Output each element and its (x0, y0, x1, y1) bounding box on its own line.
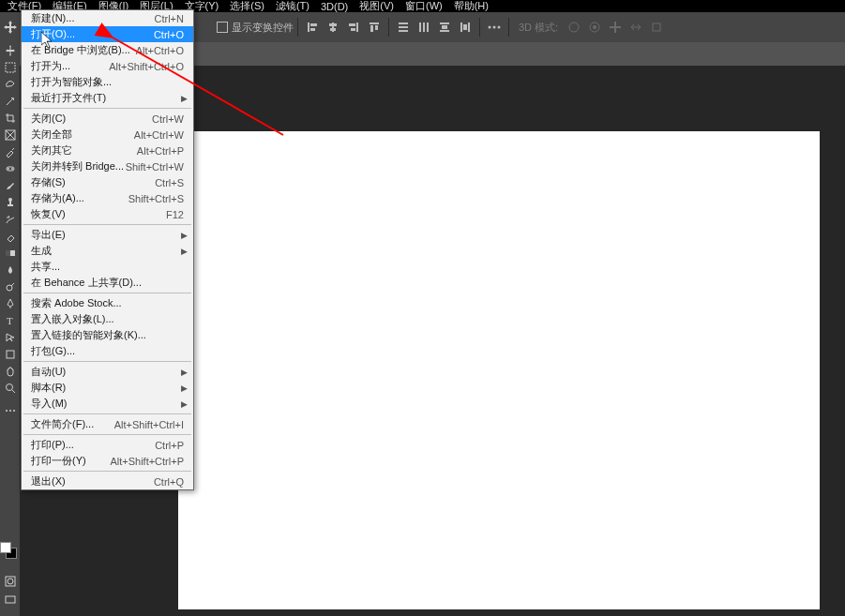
menu-item[interactable]: 关闭其它Alt+Ctrl+P (22, 143, 193, 158)
screenmode-icon[interactable] (0, 592, 20, 608)
distribute-1-icon[interactable] (393, 12, 414, 42)
menu-item[interactable]: 退出(X)Ctrl+Q (22, 473, 193, 489)
menu-item-label: 自动(U) (31, 365, 184, 379)
svg-rect-10 (370, 23, 379, 24)
crop-tool[interactable] (0, 110, 20, 127)
frame-tool[interactable] (0, 127, 20, 143)
menu-view[interactable]: 视图(V) (354, 0, 400, 13)
menu-item[interactable]: 脚本(R) (22, 380, 193, 396)
menu-item[interactable]: 打印(P)...Ctrl+P (22, 437, 193, 453)
svg-rect-22 (460, 23, 462, 32)
svg-rect-15 (399, 30, 408, 32)
menu-item[interactable]: 打开为智能对象... (22, 74, 193, 90)
gradient-tool[interactable] (0, 245, 20, 262)
path-select-tool[interactable] (0, 329, 20, 346)
menu-3d[interactable]: 3D(D) (315, 1, 354, 12)
menu-item[interactable]: 打开为...Alt+Shift+Ctrl+O (22, 58, 193, 74)
menu-filter[interactable]: 滤镜(T) (270, 0, 315, 13)
more-icon[interactable] (484, 12, 505, 42)
move-tool-icon[interactable] (0, 12, 21, 42)
menu-item-shortcut: Alt+Shift+Ctrl+P (110, 456, 184, 467)
svg-point-26 (493, 26, 496, 29)
menu-item-label: 打包(G)... (31, 344, 184, 358)
brush-tool[interactable] (0, 177, 20, 194)
eyedropper-tool[interactable] (0, 143, 20, 160)
svg-rect-18 (427, 23, 429, 32)
menu-item-shortcut: Shift+Ctrl+S (128, 193, 184, 204)
menu-item[interactable]: 在 Behance 上共享(D)... (22, 275, 193, 291)
marquee-tool[interactable] (0, 59, 20, 76)
svg-point-49 (13, 410, 15, 412)
distribute-4-icon[interactable] (455, 12, 475, 42)
quickmask-icon[interactable] (0, 573, 20, 590)
menu-select[interactable]: 选择(S) (224, 0, 270, 13)
svg-rect-13 (399, 23, 408, 24)
menu-item-shortcut: Alt+Shift+Ctrl+I (114, 419, 184, 430)
menu-item-label: 在 Behance 上共享(D)... (31, 276, 184, 290)
menu-item-shortcut: Ctrl+S (155, 177, 184, 188)
menu-item[interactable]: 关闭全部Alt+Ctrl+W (22, 127, 193, 143)
blur-tool[interactable] (0, 262, 20, 278)
menu-item[interactable]: 搜索 Adobe Stock... (22, 295, 193, 311)
separator (297, 18, 298, 37)
menu-separator (23, 413, 191, 414)
menu-item-label: 关闭其它 (31, 143, 137, 158)
align-right-icon[interactable] (343, 12, 364, 42)
zoom-tool[interactable] (0, 380, 20, 397)
svg-rect-6 (330, 28, 336, 31)
svg-rect-52 (6, 596, 15, 603)
history-brush-tool[interactable] (0, 211, 20, 228)
menu-item[interactable]: 关闭并转到 Bridge...Shift+Ctrl+W (22, 158, 193, 174)
menu-help[interactable]: 帮助(H) (448, 0, 494, 13)
menu-item[interactable]: 存储为(A)...Shift+Ctrl+S (22, 190, 193, 206)
menu-item[interactable]: 置入链接的智能对象(K)... (22, 327, 193, 343)
distribute-3-icon[interactable] (434, 12, 455, 42)
align-left-icon[interactable] (302, 12, 323, 42)
hand-tool[interactable] (0, 363, 20, 380)
align-hcenter-icon[interactable] (323, 12, 343, 42)
dodge-tool[interactable] (0, 278, 20, 295)
menu-item[interactable]: 共享... (22, 259, 193, 275)
menu-item[interactable]: 导出(E) (22, 227, 193, 243)
eraser-tool[interactable] (0, 228, 20, 245)
move-tool[interactable] (0, 42, 20, 59)
shape-tool[interactable] (0, 346, 20, 363)
menu-item-shortcut: Alt+Shift+Ctrl+O (109, 61, 184, 72)
menu-item[interactable]: 打包(G)... (22, 343, 193, 359)
menu-item[interactable]: 生成 (22, 243, 193, 259)
magic-wand-tool[interactable] (0, 93, 20, 110)
svg-rect-31 (653, 23, 660, 31)
menu-item[interactable]: 打开(O)...Ctrl+O (22, 26, 193, 42)
menu-item[interactable]: 新建(N)...Ctrl+N (22, 10, 193, 26)
transform-checkbox[interactable]: 显示变换控件 (217, 12, 294, 42)
svg-rect-19 (440, 23, 449, 24)
menu-item[interactable]: 置入嵌入对象(L)... (22, 311, 193, 327)
menu-item[interactable]: 存储(S)Ctrl+S (22, 174, 193, 190)
svg-point-48 (9, 410, 11, 412)
menu-item-label: 置入嵌入对象(L)... (31, 312, 184, 326)
more-tools[interactable] (0, 397, 20, 425)
menu-item[interactable]: 文件简介(F)...Alt+Shift+Ctrl+I (22, 416, 193, 432)
menu-item[interactable]: 关闭(C)Ctrl+W (22, 111, 193, 127)
healing-tool[interactable] (0, 160, 20, 177)
menu-item[interactable]: 自动(U) (22, 364, 193, 380)
menu-item[interactable]: 在 Bridge 中浏览(B)...Alt+Ctrl+O (22, 42, 193, 58)
3d-roll-icon (584, 12, 605, 42)
canvas[interactable] (178, 131, 820, 609)
menu-item-label: 打开为... (31, 59, 109, 73)
stamp-tool[interactable] (0, 194, 20, 211)
type-tool[interactable]: T (0, 312, 20, 329)
color-swatch[interactable] (0, 542, 20, 562)
pen-tool[interactable] (0, 295, 20, 312)
menu-item[interactable]: 导入(M) (22, 396, 193, 412)
menu-item[interactable]: 打印一份(Y)Alt+Shift+Ctrl+P (22, 453, 193, 469)
menu-window[interactable]: 窗口(W) (400, 0, 448, 13)
menu-item[interactable]: 最近打开文件(T) (22, 90, 193, 106)
3d-zoom-icon (646, 12, 667, 42)
align-top-icon[interactable] (364, 12, 385, 42)
svg-rect-12 (375, 25, 378, 30)
lasso-tool[interactable] (0, 76, 20, 93)
distribute-2-icon[interactable] (414, 12, 434, 42)
menu-item[interactable]: 恢复(V)F12 (22, 206, 193, 222)
separator (388, 18, 389, 37)
